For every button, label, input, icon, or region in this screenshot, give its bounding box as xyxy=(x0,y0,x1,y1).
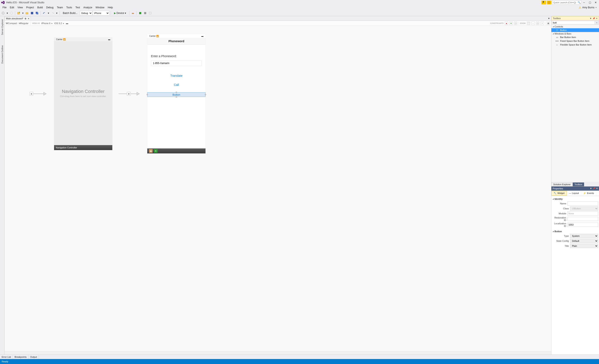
menu-project[interactable]: Project xyxy=(25,5,35,9)
constraints-btn-1[interactable]: ▲ xyxy=(505,22,508,25)
prop-type-select[interactable]: System xyxy=(570,234,598,238)
new-button-selected[interactable]: Button xyxy=(147,92,205,97)
batch-build-button[interactable]: Batch Build... xyxy=(61,11,79,15)
toolbox-item-fixed-space[interactable]: ⟷ Fixed Space Bar Button Item xyxy=(551,39,599,43)
grid-icon[interactable]: ▦ xyxy=(546,22,550,25)
properties-dropdown-icon[interactable]: ▼ xyxy=(590,187,592,190)
call-button[interactable]: Call xyxy=(151,83,202,87)
menu-view[interactable]: View xyxy=(16,5,25,9)
platform-select[interactable]: iPhone xyxy=(93,11,109,15)
prop-group-identity[interactable]: Identity xyxy=(552,197,598,201)
toolbox-item-flex-space[interactable]: ↔ Flexible Space Bar Button Item xyxy=(551,43,599,47)
prop-group-button[interactable]: Button xyxy=(552,229,598,234)
zoom-fit-icon[interactable]: ⛶ xyxy=(527,22,530,25)
toolbox-pin-icon[interactable]: 📌 xyxy=(592,17,595,19)
toolbox-close-icon[interactable]: ✕ xyxy=(596,17,598,19)
prop-restoration-input[interactable] xyxy=(567,217,598,221)
toolbox-group-windows-bars[interactable]: Windows & Bars xyxy=(551,32,599,35)
phoneword-scene[interactable]: Carrier 📶 ▬ Phoneword Enter a Phoneword:… xyxy=(147,34,205,153)
redo-button[interactable] xyxy=(50,11,55,15)
device-selector[interactable]: iPhone 6 ▼ xyxy=(41,22,53,25)
toolbox-tab[interactable]: Toolbox xyxy=(573,182,584,186)
properties-tab-events[interactable]: ⚡ Events xyxy=(581,191,596,195)
constraints-btn-2[interactable]: ★ xyxy=(509,22,513,25)
minimize-button[interactable]: ─ xyxy=(581,1,587,4)
notifications-flag-icon[interactable] xyxy=(541,1,546,4)
maximize-button[interactable]: ▢ xyxy=(587,1,592,4)
menu-edit[interactable]: Edit xyxy=(8,5,16,9)
toolbox-search-input[interactable] xyxy=(552,21,595,25)
zoom-reset-icon[interactable]: ▢ xyxy=(536,22,539,25)
breakpoints-tab[interactable]: Breakpoints xyxy=(13,355,28,359)
os-selector[interactable]: iOS 9.2 ▼ xyxy=(54,22,64,25)
redo-dropdown[interactable]: ▾ xyxy=(55,11,58,15)
prop-stateconfig-select[interactable]: Default xyxy=(570,239,598,243)
quick-launch-input[interactable] xyxy=(552,0,581,5)
entry-segue-marker[interactable]: ▣ xyxy=(29,92,33,96)
tool-icon-2[interactable] xyxy=(138,11,142,15)
config-select[interactable]: Debug xyxy=(80,11,92,15)
user-name[interactable]: Amy Burns xyxy=(582,6,594,9)
menu-help[interactable]: Help xyxy=(106,5,115,9)
pin-icon[interactable]: ⊗ xyxy=(25,17,26,20)
hregular-label[interactable]: HRegular xyxy=(19,22,28,25)
properties-pin-icon[interactable]: 📌 xyxy=(593,187,595,190)
exit-icon[interactable]: ⎘ xyxy=(154,149,158,153)
wcompact-label[interactable]: WWCompactCompact xyxy=(6,22,17,25)
menu-build[interactable]: Build xyxy=(35,5,44,9)
prop-module-input[interactable] xyxy=(567,211,598,216)
menu-team[interactable]: Team xyxy=(55,5,64,9)
tab-dropdown-icon[interactable]: ▼ xyxy=(548,17,550,19)
error-list-tab[interactable]: Error List xyxy=(0,355,13,359)
translate-button[interactable]: Translate xyxy=(151,74,202,77)
undo-dropdown[interactable]: ▾ xyxy=(47,11,50,15)
save-button[interactable] xyxy=(30,11,34,15)
undo-button[interactable] xyxy=(42,11,47,15)
toolbox-item-bar-button[interactable]: ▭ Bar Button Item xyxy=(551,35,599,39)
root-segue-marker[interactable]: ▣ xyxy=(127,92,131,96)
tool-icon-4[interactable] xyxy=(148,11,152,15)
properties-close-icon[interactable]: ✕ xyxy=(596,187,598,190)
solution-explorer-tab[interactable]: Solution Explorer xyxy=(551,182,573,186)
menu-tools[interactable]: Tools xyxy=(65,5,74,9)
toolbox-dropdown-icon[interactable]: ▼ xyxy=(590,17,592,19)
start-device-button[interactable]: ▶ Device ▾ xyxy=(112,11,128,15)
server-explorer-tab[interactable]: Server Explorer xyxy=(1,17,4,37)
nav-forward-button[interactable]: ▾ xyxy=(6,11,9,15)
menu-window[interactable]: Window xyxy=(94,5,106,9)
menu-debug[interactable]: Debug xyxy=(44,5,55,9)
document-tab[interactable]: Main.storyboard* ⊗ ✕ xyxy=(5,17,31,20)
prop-localization-input[interactable] xyxy=(567,223,598,227)
nav-back-button[interactable] xyxy=(1,11,5,15)
nav-forward-circle[interactable] xyxy=(9,11,14,15)
menu-analyze[interactable]: Analyze xyxy=(82,5,94,9)
menu-test[interactable]: Test xyxy=(74,5,82,9)
tool-icon-3[interactable] xyxy=(143,11,148,15)
properties-tab-layout[interactable]: — Layout xyxy=(567,191,581,195)
save-all-button[interactable] xyxy=(35,11,39,15)
resize-handle-bottom[interactable] xyxy=(176,96,177,97)
zoom-in-icon[interactable]: + xyxy=(541,22,544,25)
constraints-btn-3[interactable]: ▢ xyxy=(514,22,517,25)
orientation-icon[interactable]: ▬ xyxy=(66,22,68,25)
toolbox-search-clear-icon[interactable]: ✕ xyxy=(595,21,599,25)
output-tab[interactable]: Output xyxy=(28,355,39,359)
resize-handle-top[interactable] xyxy=(176,92,177,93)
search-icon[interactable]: 🔍 xyxy=(578,1,581,4)
document-outline-tab[interactable]: Document Outline xyxy=(1,43,4,66)
resize-handle-left[interactable] xyxy=(147,94,148,95)
open-file-button[interactable] xyxy=(25,11,29,15)
phoneword-textfield[interactable] xyxy=(151,60,202,66)
properties-tab-widget[interactable]: 🔧 Widget xyxy=(551,191,567,196)
viewcontroller-icon[interactable]: ◉ xyxy=(149,149,153,153)
prop-title-select[interactable]: Plain xyxy=(570,244,598,248)
menu-file[interactable]: File xyxy=(1,5,8,9)
zoom-out-icon[interactable]: − xyxy=(531,22,535,25)
toolbox-group-controls[interactable]: Controls xyxy=(551,25,599,28)
user-dropdown-icon[interactable]: ▼ xyxy=(595,7,597,9)
close-button[interactable]: ✕ xyxy=(593,1,598,4)
new-project-button[interactable] xyxy=(17,11,21,15)
navigation-controller-scene[interactable]: Carrier 📶 ▬ Navigation Controller Ctrl+d… xyxy=(54,37,112,150)
new-dropdown[interactable]: ▾ xyxy=(21,11,24,15)
close-tab-icon[interactable]: ✕ xyxy=(28,17,29,20)
